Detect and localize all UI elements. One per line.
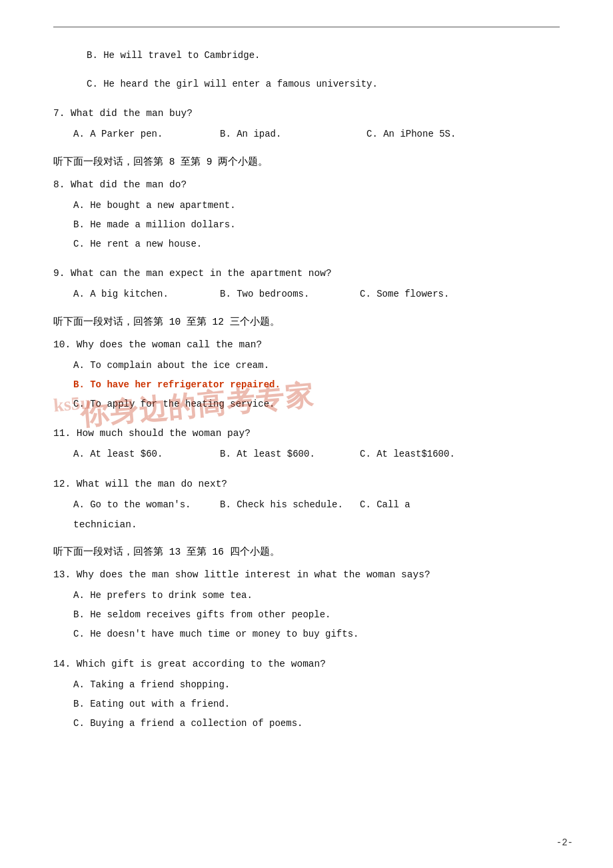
q8-option-a: A. He bought a new apartment. [73,197,560,214]
question-8-text: 8. What did the man do? [53,176,560,193]
question-7: 7. What did the man buy? A. A Parker pen… [53,105,560,143]
question-14: 14. Which gift is great according to the… [53,655,560,733]
q10-options: A. To complain about the ice cream. B. T… [73,357,560,413]
q8-option-c: C. He rent a new house. [73,236,560,253]
question-11: 11. How much should the woman pay? A. At… [53,425,560,463]
q11-option-a: A. At least $60. [73,446,220,463]
exam-page: B. He will travel to Cambridge. C. He he… [0,0,613,868]
question-7-text: 7. What did the man buy? [53,105,560,122]
question-8: 8. What did the man do? A. He bought a n… [53,176,560,253]
q9-option-a: A. A big kitchen. [73,286,220,303]
section-header-13-16: 听下面一段对话，回答第 13 至第 16 四个小题。 [53,545,560,558]
question-9: 9. What can the man expect in the apartm… [53,265,560,303]
question-10-text: 10. Why does the woman call the man? [53,336,560,353]
q12-options-inline: A. Go to the woman's. B. Check his sched… [73,497,560,513]
q11-option-b: B. At least $600. [220,446,360,463]
q9-option-c: C. Some flowers. [360,286,449,303]
question-11-text: 11. How much should the woman pay? [53,425,560,442]
q7-option-a: A. A Parker pen. [73,126,220,143]
q13-option-a: A. He prefers to drink some tea. [73,587,560,604]
question-14-text: 14. Which gift is great according to the… [53,655,560,673]
q10-option-b: B. To have her refrigerator repaired. [73,377,560,393]
question-10: 10. Why does the woman call the man? A. … [53,336,560,413]
q8-option-b: B. He made a million dollars. [73,217,560,233]
q14-option-b: B. Eating out with a friend. [73,696,560,713]
q9-options-inline: A. A big kitchen. B. Two bedrooms. C. So… [73,286,560,303]
q12-option-a: A. Go to the woman's. [73,497,220,513]
q13-option-c: C. He doesn't have much time or money to… [73,626,560,643]
option-text: B. He will travel to Cambridge. [87,47,560,64]
q14-options: A. Taking a friend shopping. B. Eating o… [73,677,560,733]
q10-option-c: C. To apply for the heating service. [73,396,560,413]
q12-option-b: B. Check his schedule. [220,497,360,513]
q12-option-c-wrap: technician. [73,516,560,533]
q13-options: A. He prefers to drink some tea. B. He s… [73,587,560,643]
question-12: 12. What will the man do next? A. Go to … [53,475,560,533]
option-text: C. He heard the girl will enter a famous… [87,76,560,93]
section-header-8-9: 听下面一段对话，回答第 8 至第 9 两个小题。 [53,155,560,168]
q10-option-a: A. To complain about the ice cream. [73,357,560,374]
q14-option-a: A. Taking a friend shopping. [73,677,560,693]
question-12-text: 12. What will the man do next? [53,475,560,493]
page-number: -2- [556,837,573,848]
q7-option-c: C. An iPhone 5S. [366,126,456,143]
q9-option-b: B. Two bedrooms. [220,286,360,303]
option-c-university: C. He heard the girl will enter a famous… [53,76,560,93]
q14-option-c: C. Buying a friend a collection of poems… [73,715,560,732]
question-13-text: 13. Why does the man show little interes… [53,566,560,583]
q13-option-b: B. He seldom receives gifts from other p… [73,607,560,623]
q8-options: A. He bought a new apartment. B. He made… [73,197,560,253]
section-header-10-12: 听下面一段对话，回答第 10 至第 12 三个小题。 [53,315,560,328]
option-b-cambridge: B. He will travel to Cambridge. [53,47,560,64]
top-divider [53,27,560,27]
q12-option-c: C. Call a [360,497,410,513]
q11-option-c: C. At least$1600. [360,446,455,463]
q11-options-inline: A. At least $60. B. At least $600. C. At… [73,446,560,463]
question-9-text: 9. What can the man expect in the apartm… [53,265,560,282]
q7-options-inline: A. A Parker pen. B. An ipad. C. An iPhon… [73,126,560,143]
q7-option-b: B. An ipad. [220,126,366,143]
question-13: 13. Why does the man show little interes… [53,566,560,643]
